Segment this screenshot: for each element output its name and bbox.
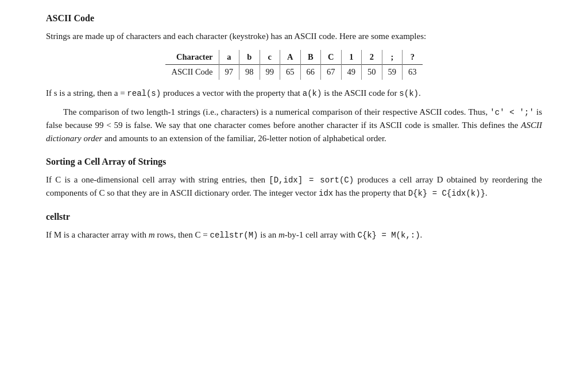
sorting-section: Sorting a Cell Array of Strings If C is … (46, 155, 542, 200)
table-cell-98: 98 (239, 65, 260, 80)
sorting-title: Sorting a Cell Array of Strings (46, 155, 542, 169)
table-cell-97: 97 (219, 65, 239, 80)
code-real-s: real(s) (127, 89, 161, 98)
table-header-a: a (219, 50, 239, 65)
table-cell-49: 49 (341, 65, 362, 80)
table-cell-67: 67 (321, 65, 342, 80)
ascii-para1: If s is a string, then a = real(s) produ… (46, 87, 542, 100)
table-header-1: 1 (341, 50, 362, 65)
table-cell-99: 99 (260, 65, 280, 80)
table-header-A: A (280, 50, 301, 65)
table-header-B: B (300, 50, 321, 65)
code-sort-call: [D,idx] = sort(C) (269, 176, 354, 185)
ascii-code-title: ASCII Code (46, 11, 542, 25)
table-header-semicolon: ; (382, 50, 403, 65)
table-cell-66: 66 (300, 65, 321, 80)
cellstr-para1: If M is a character array with m rows, t… (46, 228, 542, 242)
table-cell-65: 65 (280, 65, 301, 80)
code-comparison-example: 'c' < ';' (490, 108, 533, 117)
table-header-b: b (239, 50, 260, 65)
code-cellstr-call: cellstr(M) (210, 231, 258, 240)
table-header-question: ? (403, 50, 423, 65)
table-cell-50: 50 (362, 65, 382, 80)
code-s-k: s(k) (399, 89, 419, 98)
table-header-C: C (321, 50, 342, 65)
table-header-character: Character (165, 50, 219, 65)
code-idx: idx (319, 189, 333, 198)
code-d-c-idx: D{k} = C{idx(k)} (408, 189, 485, 198)
ascii-code-section: ASCII Code Strings are made up of charac… (46, 11, 542, 145)
cellstr-section: cellstr If M is a character array with m… (46, 210, 542, 242)
ascii-table: Character a b c A B C 1 2 ; ? ASCII Code… (165, 50, 422, 80)
table-header-c: c (260, 50, 280, 65)
ascii-code-intro: Strings are made up of characters and ea… (46, 30, 542, 43)
cellstr-title: cellstr (46, 210, 542, 224)
ascii-para2: The comparison of two length-1 strings (… (46, 106, 542, 145)
ascii-table-wrapper: Character a b c A B C 1 2 ; ? ASCII Code… (46, 50, 542, 80)
table-header-2: 2 (362, 50, 382, 65)
sorting-para1: If C is a one-dimensional cell array wit… (46, 173, 542, 200)
table-row-label: ASCII Code (165, 65, 219, 80)
code-a-k: a(k) (303, 89, 322, 98)
italic-m1: m (149, 230, 155, 239)
table-cell-63: 63 (403, 65, 423, 80)
code-c-k-m-k: C{k} = M(k,:) (357, 231, 420, 240)
ascii-dict-order-italic: ASCII dictionary order (46, 121, 542, 143)
table-cell-59: 59 (382, 65, 403, 80)
italic-m2: m (278, 230, 285, 239)
